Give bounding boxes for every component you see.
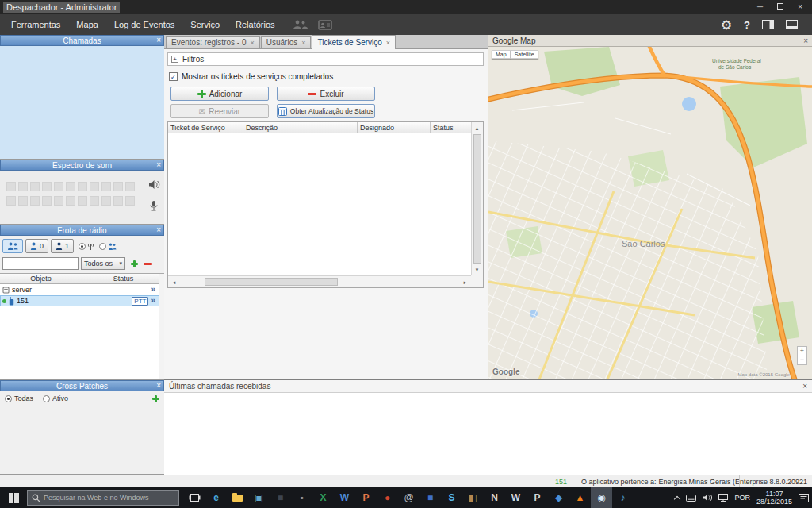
subscribers-call-icon[interactable] <box>293 19 308 30</box>
column-header-status[interactable]: Status <box>82 274 164 283</box>
action-center-icon[interactable] <box>799 494 809 502</box>
taskbar-app-excel[interactable]: X <box>312 487 334 508</box>
fleet-filter-input[interactable] <box>2 257 79 270</box>
speaker-icon[interactable] <box>148 179 160 193</box>
close-icon[interactable]: × <box>250 39 254 47</box>
subscriber-count-button[interactable]: 0 <box>25 239 48 253</box>
tray-expand-icon[interactable] <box>674 495 680 502</box>
taskbar-app-app-mail[interactable]: @ <box>398 487 419 508</box>
expand-row-icon[interactable]: » <box>151 286 155 294</box>
layout-right-panel-icon[interactable] <box>762 20 774 29</box>
help-icon[interactable]: ? <box>744 19 750 31</box>
taskbar-app-media-player[interactable]: ♪ <box>612 487 634 508</box>
taskbar-app-app-blue-2[interactable]: ◆ <box>548 487 569 508</box>
microphone-icon[interactable] <box>149 200 159 215</box>
menu-ferramentas[interactable]: Ferramentas <box>11 20 60 29</box>
taskbar-app-app-1[interactable]: ■ <box>270 487 291 508</box>
scroll-left-icon[interactable]: ◄ <box>168 276 180 288</box>
taskbar-app-app-2[interactable]: ▪ <box>291 487 312 508</box>
close-icon[interactable]: × <box>802 382 807 391</box>
view-by-radio-option[interactable] <box>79 243 94 250</box>
satellite-button[interactable]: Satellite <box>511 50 538 59</box>
taskbar-search[interactable] <box>27 490 179 506</box>
subscriber-card-icon[interactable] <box>318 19 332 30</box>
resend-ticket-button[interactable]: ✉ Reenviar <box>170 104 269 118</box>
search-input[interactable] <box>44 494 174 502</box>
column-header-designado[interactable]: Designado <box>358 122 431 133</box>
taskbar-app-despachador[interactable]: ◉ <box>591 487 612 508</box>
column-header-objeto[interactable]: Objeto <box>0 274 82 283</box>
scroll-right-icon[interactable]: ► <box>459 276 471 288</box>
vertical-scrollbar[interactable]: ▲ ▼ <box>471 122 483 275</box>
taskbar-app-app-w[interactable]: W <box>505 487 527 508</box>
taskbar-app-store[interactable]: ▣ <box>248 487 270 508</box>
minimize-button[interactable]: ─ <box>757 0 763 14</box>
show-all-objects-button[interactable] <box>2 239 23 253</box>
close-button[interactable]: × <box>798 0 802 14</box>
fleet-row-151[interactable]: 151 PTT » <box>0 295 164 306</box>
column-header-status[interactable]: Status <box>431 122 471 133</box>
scrollbar-thumb[interactable] <box>473 134 481 264</box>
add-patch-icon[interactable] <box>152 395 159 402</box>
close-icon[interactable]: × <box>156 225 161 235</box>
taskbar-app-skype[interactable]: S <box>441 487 462 508</box>
delete-ticket-button[interactable]: Excluir <box>277 87 375 101</box>
get-status-update-button[interactable]: Obter Atualização de Status <box>277 104 375 118</box>
taskbar-app-vlc[interactable]: ▲ <box>569 487 591 508</box>
menu-mapa[interactable]: Mapa <box>76 20 98 29</box>
tab-tickets-de-servico[interactable]: Tickets de Serviço × <box>312 35 396 49</box>
volume-icon[interactable] <box>703 494 712 502</box>
taskbar-app-app-red[interactable]: ● <box>377 487 398 508</box>
expand-row-icon[interactable]: » <box>151 297 155 305</box>
taskbar-clock[interactable]: 11:07 28/12/2015 <box>756 490 792 506</box>
menu-relatorios[interactable]: Relatórios <box>236 20 275 29</box>
close-icon[interactable]: × <box>301 39 305 47</box>
scroll-up-icon[interactable]: ▲ <box>471 122 483 134</box>
maximize-button[interactable] <box>777 0 783 14</box>
map-button[interactable]: Map <box>492 50 511 59</box>
menu-log-de-eventos[interactable]: Log de Eventos <box>114 20 174 29</box>
option-todas[interactable]: Todas <box>5 394 33 402</box>
view-by-group-option[interactable] <box>99 243 117 250</box>
start-button[interactable] <box>0 487 27 508</box>
fleet-row-server[interactable]: server » <box>0 284 164 295</box>
close-icon[interactable]: × <box>156 36 161 45</box>
horizontal-scrollbar[interactable]: ◄ ► <box>168 275 471 287</box>
scrollbar-thumb[interactable] <box>205 278 338 286</box>
network-icon[interactable] <box>718 494 728 502</box>
layout-bottom-panel-icon[interactable] <box>786 20 798 29</box>
column-header-ticket[interactable]: Ticket de Serviço <box>168 122 243 133</box>
taskbar-app-app-n[interactable]: N <box>484 487 505 508</box>
taskbar-app-edge[interactable]: e <box>205 487 227 508</box>
taskbar-app-app-p[interactable]: P <box>527 487 548 508</box>
menu-servico[interactable]: Serviço <box>190 20 220 29</box>
taskbar-app-file-explorer[interactable] <box>227 487 248 508</box>
close-icon[interactable]: × <box>156 160 161 170</box>
fleet-scrollbar[interactable] <box>159 274 164 379</box>
close-icon[interactable]: × <box>156 381 161 391</box>
fleet-filter-dropdown[interactable]: Todos os ▾ <box>81 257 125 270</box>
taskbar-app-app-blue[interactable]: ■ <box>419 487 441 508</box>
touch-keyboard-icon[interactable] <box>686 495 696 502</box>
close-icon[interactable]: × <box>386 39 390 47</box>
taskbar-app-powerpoint[interactable]: P <box>355 487 377 508</box>
group-count-button[interactable]: 1 <box>51 239 74 253</box>
taskbar-app-word[interactable]: W <box>334 487 355 508</box>
zoom-in-button[interactable]: + <box>800 347 804 356</box>
column-header-descricao[interactable]: Descrição <box>243 122 358 133</box>
option-ativo[interactable]: Ativo <box>43 394 68 402</box>
ptt-button[interactable]: PTT <box>132 297 148 306</box>
settings-gear-icon[interactable]: ⚙ <box>721 17 732 33</box>
scroll-down-icon[interactable]: ▼ <box>471 264 483 275</box>
close-icon[interactable]: × <box>803 37 808 45</box>
add-ticket-button[interactable]: Adicionar <box>170 87 269 101</box>
task-view-button[interactable] <box>184 487 205 508</box>
taskbar-app-app-package[interactable]: ◧ <box>462 487 484 508</box>
filters-expander[interactable]: + Filtros <box>167 52 484 66</box>
expand-icon[interactable]: + <box>171 56 178 63</box>
tab-eventos[interactable]: Eventos: registros - 0 × <box>166 36 260 48</box>
tab-usuarios[interactable]: Usuários × <box>261 36 312 48</box>
zoom-out-button[interactable]: − <box>800 356 804 364</box>
add-icon[interactable] <box>131 260 138 267</box>
show-completed-checkbox[interactable]: ✓ <box>169 72 178 81</box>
